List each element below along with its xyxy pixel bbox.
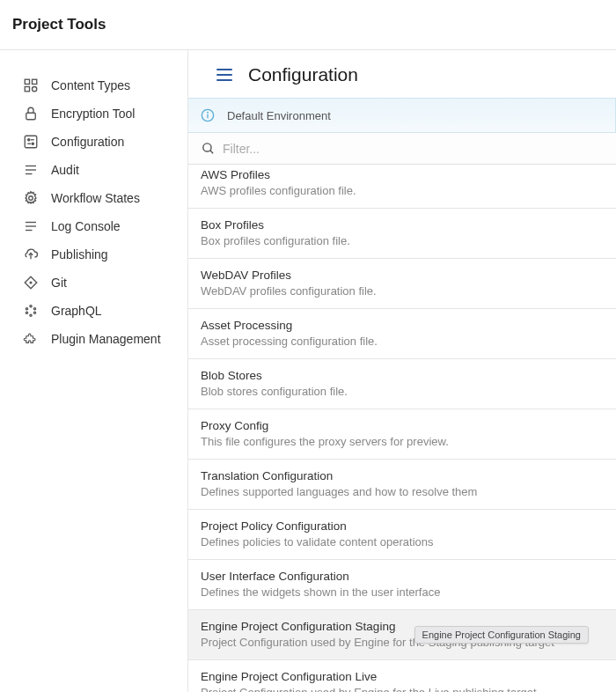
- config-item[interactable]: Engine Project Configuration StagingProj…: [188, 610, 616, 660]
- sidebar-item-log-console[interactable]: Log Console: [0, 212, 187, 240]
- svg-point-8: [32, 143, 33, 144]
- svg-rect-5: [25, 136, 37, 148]
- sidebar-item-label: Audit: [51, 163, 79, 177]
- svg-point-27: [208, 112, 209, 113]
- svg-point-3: [33, 87, 37, 92]
- svg-point-23: [26, 312, 27, 313]
- svg-point-28: [203, 144, 211, 151]
- grid-icon: [23, 77, 39, 93]
- sidebar-item-plugin-management[interactable]: Plugin Management: [0, 325, 187, 353]
- svg-point-20: [33, 308, 35, 310]
- config-item[interactable]: User Interface ConfigurationDefines the …: [188, 560, 616, 610]
- config-item[interactable]: Translation ConfigurationDefines support…: [188, 460, 616, 510]
- puzzle-icon: [23, 331, 39, 347]
- config-item-desc: AWS profiles configuration file.: [201, 184, 604, 197]
- svg-point-19: [30, 306, 32, 307]
- environment-label: Default Environment: [227, 109, 331, 122]
- svg-point-21: [33, 312, 35, 313]
- sidebar-item-label: Workflow States: [51, 191, 140, 205]
- cloud-icon: [23, 247, 39, 262]
- sidebar-item-audit[interactable]: Audit: [0, 156, 187, 184]
- config-item-desc: Box profiles configuration file.: [201, 234, 604, 247]
- sidebar-item-encryption-tool[interactable]: Encryption Tool: [0, 99, 187, 128]
- loader-icon: [23, 303, 39, 319]
- config-item-desc: Asset processing configuration file.: [201, 335, 604, 348]
- sidebar-item-content-types[interactable]: Content Types: [0, 71, 187, 99]
- svg-rect-2: [25, 87, 29, 92]
- config-item-desc: This file configures the proxy servers f…: [201, 435, 604, 448]
- page-title: Project Tools: [12, 16, 604, 33]
- config-item-desc: WebDAV profiles configuration file.: [201, 284, 604, 298]
- svg-rect-0: [25, 79, 29, 84]
- configuration-title: Configuration: [248, 64, 358, 85]
- config-item[interactable]: WebDAV ProfilesWebDAV profiles configura…: [188, 259, 616, 309]
- config-item[interactable]: Project Policy ConfigurationDefines poli…: [188, 510, 616, 560]
- config-item-title: Box Profiles: [201, 218, 604, 232]
- svg-point-24: [26, 308, 27, 310]
- sidebar-item-label: Git: [51, 276, 67, 290]
- config-item-desc: Project Configuration used by Engine for…: [201, 686, 604, 692]
- config-item[interactable]: Engine Project Configuration LiveProject…: [188, 660, 616, 692]
- svg-point-18: [30, 282, 32, 283]
- config-item-desc: Defines policies to validate content ope…: [201, 535, 604, 548]
- config-item-title: Engine Project Configuration Staging: [201, 620, 604, 633]
- sidebar-item-label: Plugin Management: [51, 332, 161, 346]
- config-item-desc: Defines the widgets shown in the user in…: [201, 585, 604, 599]
- filter-bar: [188, 133, 616, 165]
- sidebar-item-label: Publishing: [51, 247, 108, 261]
- config-item-desc: Blob stores configuration file.: [201, 385, 604, 398]
- sidebar-item-configuration[interactable]: Configuration: [0, 128, 187, 156]
- gear-icon: [23, 190, 39, 206]
- config-item[interactable]: Proxy ConfigThis file configures the pro…: [188, 409, 616, 460]
- svg-rect-4: [26, 113, 36, 120]
- sidebar-item-label: Configuration: [51, 135, 124, 149]
- sidebar: Content TypesEncryption ToolConfiguratio…: [0, 50, 188, 692]
- svg-point-22: [30, 314, 32, 316]
- sidebar-item-label: Encryption Tool: [51, 107, 135, 121]
- info-icon: [201, 108, 215, 122]
- sidebar-item-publishing[interactable]: Publishing: [0, 240, 187, 269]
- config-item-title: Engine Project Configuration Live: [201, 670, 604, 683]
- sidebar-item-workflow-states[interactable]: Workflow States: [0, 184, 187, 212]
- list-icon: [23, 162, 39, 178]
- config-item-desc: Defines supported languages and how to r…: [201, 485, 604, 498]
- sidebar-item-label: GraphQL: [51, 304, 102, 318]
- config-list: AWS ProfilesAWS profiles configuration f…: [188, 165, 616, 692]
- menu-toggle-button[interactable]: [216, 69, 232, 81]
- main-panel: Configuration Default Environment AWS Pr…: [188, 50, 616, 692]
- search-icon: [201, 141, 216, 156]
- filter-input[interactable]: [223, 142, 604, 156]
- config-item-title: AWS Profiles: [201, 168, 604, 181]
- svg-point-6: [28, 139, 30, 141]
- svg-point-13: [29, 196, 33, 201]
- config-item[interactable]: Box ProfilesBox profiles configuration f…: [188, 209, 616, 259]
- diamond-icon: [23, 275, 39, 291]
- config-item[interactable]: Blob StoresBlob stores configuration fil…: [188, 359, 616, 409]
- sidebar-item-label: Log Console: [51, 219, 121, 233]
- config-item[interactable]: AWS ProfilesAWS profiles configuration f…: [188, 165, 616, 209]
- config-item[interactable]: Asset ProcessingAsset processing configu…: [188, 309, 616, 359]
- config-item-title: WebDAV Profiles: [201, 269, 604, 282]
- list-icon: [23, 218, 39, 234]
- config-item-title: Proxy Config: [201, 419, 604, 432]
- sliders-icon: [23, 134, 39, 150]
- config-item-title: Project Policy Configuration: [201, 519, 604, 533]
- config-item-title: Asset Processing: [201, 319, 604, 332]
- sidebar-item-git[interactable]: Git: [0, 269, 187, 297]
- svg-rect-1: [33, 79, 37, 84]
- lock-icon: [23, 106, 39, 121]
- sidebar-item-label: Content Types: [51, 78, 130, 92]
- config-item-title: Translation Configuration: [201, 469, 604, 482]
- config-item-title: Blob Stores: [201, 369, 604, 382]
- svg-line-29: [210, 151, 213, 153]
- config-item-title: User Interface Configuration: [201, 570, 604, 583]
- environment-banner: Default Environment: [188, 98, 616, 133]
- config-item-desc: Project Configuration used by Engine for…: [201, 636, 604, 649]
- sidebar-item-graphql[interactable]: GraphQL: [0, 297, 187, 325]
